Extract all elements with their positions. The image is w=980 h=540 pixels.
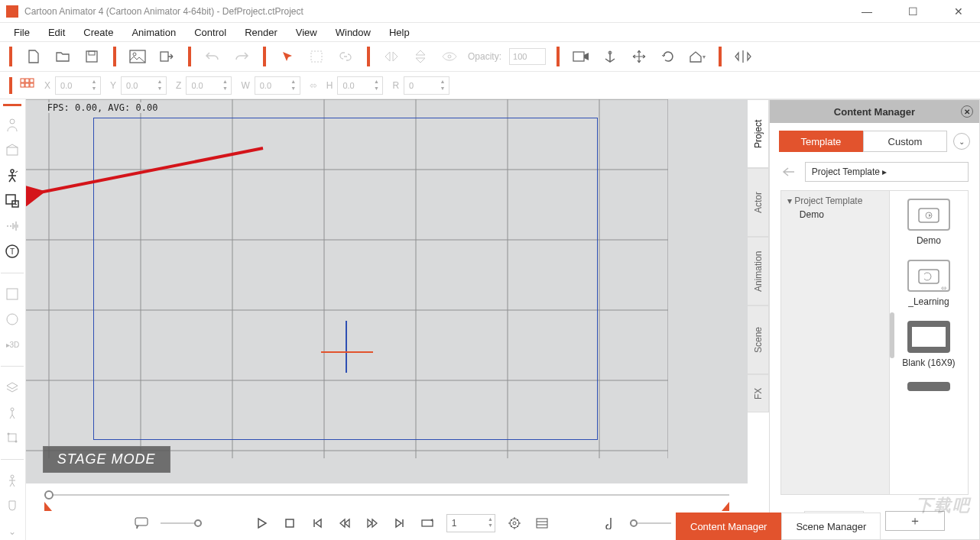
settings-icon[interactable] xyxy=(506,515,523,532)
transform-tool-icon[interactable] xyxy=(2,429,22,447)
region-tool-button[interactable] xyxy=(306,46,327,67)
sprite-editor-icon[interactable] xyxy=(2,192,22,210)
props-tool-icon[interactable] xyxy=(2,142,22,160)
tree-item-demo[interactable]: Demo xyxy=(787,206,883,220)
coord-r-input[interactable]: 0▲▼ xyxy=(404,76,449,95)
menu-edit[interactable]: Edit xyxy=(41,25,73,40)
close-button[interactable]: ✕ xyxy=(943,5,974,18)
tab-content-manager[interactable]: Content Manager xyxy=(676,513,781,540)
flip-v-button[interactable] xyxy=(410,46,431,67)
head-tool-icon[interactable] xyxy=(2,497,22,515)
svg-point-15 xyxy=(10,119,15,124)
grid-icon[interactable] xyxy=(20,78,35,93)
opacity-input[interactable]: 100 xyxy=(509,48,546,65)
svg-rect-44 xyxy=(135,518,148,525)
play-button[interactable] xyxy=(254,515,271,532)
select-tool-button[interactable] xyxy=(277,46,298,67)
layer-tool-icon[interactable] xyxy=(2,379,22,396)
menu-view[interactable]: View xyxy=(288,25,325,40)
timeline-start-marker[interactable] xyxy=(44,502,52,511)
tab-custom[interactable]: Custom xyxy=(863,131,947,152)
next-frame-button[interactable] xyxy=(364,515,381,532)
thumb-learning[interactable]: ⬄ _Learning xyxy=(897,260,960,307)
origin-y-axis xyxy=(346,321,347,373)
coord-r-label: R xyxy=(392,80,399,91)
audio-icon[interactable] xyxy=(602,515,619,532)
coord-link-icon[interactable]: ⬄ xyxy=(310,80,317,91)
speech-slider[interactable] xyxy=(161,522,202,524)
coord-w-input[interactable]: 0.0▲▼ xyxy=(255,76,300,95)
frame-input[interactable]: 1▲▼ xyxy=(446,514,495,532)
maximize-button[interactable]: ☐ xyxy=(897,5,928,18)
pose-tool-icon[interactable] xyxy=(2,472,22,490)
loop-button[interactable] xyxy=(419,515,436,532)
back-icon[interactable] xyxy=(780,163,797,180)
menu-control[interactable]: Control xyxy=(187,25,234,40)
thumb-partial[interactable] xyxy=(897,382,960,391)
prev-frame-button[interactable] xyxy=(336,515,353,532)
zoom-knob[interactable] xyxy=(44,490,54,500)
motion-tool-icon[interactable] xyxy=(2,286,22,303)
export-button[interactable] xyxy=(156,46,177,67)
face-tool-icon[interactable] xyxy=(2,311,22,328)
coord-x-input[interactable]: 0.0▲▼ xyxy=(55,76,101,95)
audio-tool-icon[interactable] xyxy=(2,218,22,235)
look-at-button[interactable] xyxy=(439,46,460,67)
home-camera-button[interactable] xyxy=(599,46,621,67)
save-project-button[interactable] xyxy=(81,46,102,67)
zoom-slider[interactable] xyxy=(44,494,729,496)
expand-icon[interactable]: ⌄ xyxy=(2,522,22,540)
stop-button[interactable] xyxy=(281,515,298,532)
minimize-button[interactable]: — xyxy=(852,5,882,18)
panel-close-icon[interactable]: ✕ xyxy=(961,105,973,118)
timeline-tool-icon[interactable]: T xyxy=(2,243,22,260)
redo-button[interactable] xyxy=(231,46,252,67)
timeline-end-marker[interactable] xyxy=(722,502,729,511)
camera-record-button[interactable] xyxy=(570,46,592,67)
goto-end-button[interactable] xyxy=(391,515,408,532)
tab-scene-manager[interactable]: Scene Manager xyxy=(781,513,881,540)
link-tool-button[interactable] xyxy=(335,46,356,67)
bone-tool-icon[interactable] xyxy=(2,167,22,185)
new-project-button[interactable] xyxy=(23,46,44,67)
coord-z-input[interactable]: 0.0▲▼ xyxy=(186,76,232,95)
opacity-value: 100 xyxy=(513,52,527,61)
timeline-panel-icon[interactable] xyxy=(534,515,550,532)
vtab-scene[interactable]: Scene xyxy=(748,306,769,374)
menu-animation[interactable]: Animation xyxy=(124,25,183,40)
vtab-project[interactable]: Project xyxy=(748,99,769,168)
rotate-button[interactable] xyxy=(657,46,679,67)
comment-icon[interactable] xyxy=(133,515,150,532)
thumb-blank[interactable]: Blank (16X9) xyxy=(897,321,960,368)
zoom-home-button[interactable]: ▾ xyxy=(686,46,708,67)
vtab-animation[interactable]: Animation xyxy=(748,237,769,306)
volume-slider[interactable] xyxy=(630,522,671,524)
svg-rect-54 xyxy=(919,270,939,283)
actor-tool-icon[interactable] xyxy=(2,117,22,134)
undo-button[interactable] xyxy=(202,46,223,67)
puppet-tool-icon[interactable] xyxy=(2,404,22,422)
tab-template[interactable]: Template xyxy=(779,131,863,152)
scrollbar[interactable] xyxy=(890,312,894,358)
menu-create[interactable]: Create xyxy=(76,25,121,40)
coord-h-input[interactable]: 0.0▲▼ xyxy=(337,76,383,95)
menu-file[interactable]: File xyxy=(6,25,37,40)
menu-render[interactable]: Render xyxy=(237,25,285,40)
menu-window[interactable]: Window xyxy=(328,25,378,40)
thumb-demo[interactable]: Demo xyxy=(897,199,960,246)
canvas[interactable]: FPS: 0.00, AVG: 0.00 STAGE MODE xyxy=(26,99,748,483)
pan-button[interactable] xyxy=(628,46,650,67)
goto-start-button[interactable] xyxy=(309,515,326,532)
flip-view-button[interactable] xyxy=(732,46,754,67)
menu-help[interactable]: Help xyxy=(381,25,417,40)
more-options-icon[interactable]: ⌄ xyxy=(953,133,970,150)
coord-y-input[interactable]: 0.0▲▼ xyxy=(121,76,167,95)
flip-h-button[interactable] xyxy=(381,46,402,67)
breadcrumb-path[interactable]: Project Template ▸ xyxy=(805,162,969,182)
tree-header[interactable]: ▾ Project Template xyxy=(787,196,883,206)
vtab-actor[interactable]: Actor xyxy=(748,168,769,237)
open-project-button[interactable] xyxy=(52,46,73,67)
3d-tool-icon[interactable]: ▸3D xyxy=(2,336,22,354)
render-image-button[interactable] xyxy=(127,46,148,67)
vtab-fx[interactable]: FX xyxy=(748,374,769,412)
